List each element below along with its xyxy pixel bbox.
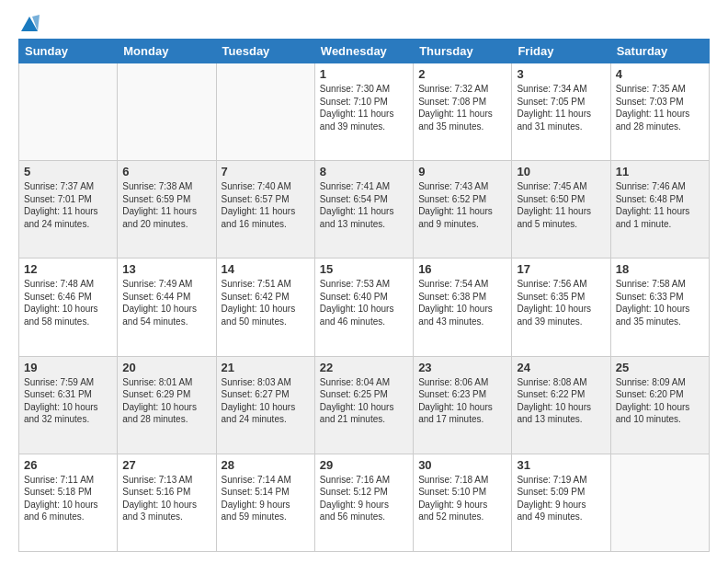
day-number: 2 [418,67,506,81]
day-number: 27 [122,458,210,472]
day-number: 23 [418,361,506,374]
day-cell: 18Sunrise: 7:58 AM Sunset: 6:33 PM Dayli… [610,259,709,356]
day-cell: 27Sunrise: 7:13 AM Sunset: 5:16 PM Dayli… [118,454,216,551]
day-number: 17 [517,262,605,276]
day-number: 28 [222,458,310,472]
day-number: 1 [320,67,408,81]
day-cell: 1Sunrise: 7:30 AM Sunset: 7:10 PM Daylig… [314,63,413,161]
calendar-table: SundayMondayTuesdayWednesdayThursdayFrid… [18,39,710,552]
day-cell: 12Sunrise: 7:48 AM Sunset: 6:46 PM Dayli… [19,259,118,356]
day-info: Sunrise: 8:01 AM Sunset: 6:29 PM Dayligh… [122,376,210,426]
day-info: Sunrise: 7:14 AM Sunset: 5:14 PM Dayligh… [222,474,310,523]
day-cell: 9Sunrise: 7:43 AM Sunset: 6:52 PM Daylig… [414,161,512,259]
header-row: SundayMondayTuesdayWednesdayThursdayFrid… [19,40,710,63]
day-cell: 29Sunrise: 7:16 AM Sunset: 5:12 PM Dayli… [314,454,413,551]
day-info: Sunrise: 7:37 AM Sunset: 7:01 PM Dayligh… [24,180,112,230]
day-number: 8 [320,165,408,178]
day-number: 5 [24,165,112,178]
day-header-saturday: Saturday [610,40,709,63]
day-number: 31 [517,458,605,472]
day-number: 14 [222,262,310,276]
day-info: Sunrise: 7:49 AM Sunset: 6:44 PM Dayligh… [122,278,210,327]
day-info: Sunrise: 7:58 AM Sunset: 6:33 PM Dayligh… [616,278,704,327]
day-number: 13 [122,262,210,276]
day-cell: 10Sunrise: 7:45 AM Sunset: 6:50 PM Dayli… [512,161,610,259]
day-info: Sunrise: 7:11 AM Sunset: 5:18 PM Dayligh… [24,474,112,523]
day-info: Sunrise: 7:40 AM Sunset: 6:57 PM Dayligh… [222,180,310,230]
logo-icon [19,15,40,33]
day-cell: 31Sunrise: 7:19 AM Sunset: 5:09 PM Dayli… [512,454,610,551]
day-number: 21 [222,361,310,374]
day-cell [216,63,314,161]
day-number: 12 [24,262,112,276]
day-info: Sunrise: 7:30 AM Sunset: 7:10 PM Dayligh… [320,83,408,132]
day-cell: 11Sunrise: 7:46 AM Sunset: 6:48 PM Dayli… [610,161,709,259]
day-number: 18 [616,262,704,276]
day-info: Sunrise: 7:53 AM Sunset: 6:40 PM Dayligh… [320,278,408,327]
day-info: Sunrise: 7:19 AM Sunset: 5:09 PM Dayligh… [517,474,605,523]
week-row-1: 1Sunrise: 7:30 AM Sunset: 7:10 PM Daylig… [19,63,710,161]
day-cell [19,63,118,161]
day-info: Sunrise: 7:54 AM Sunset: 6:38 PM Dayligh… [418,278,506,327]
day-header-monday: Monday [118,40,216,63]
day-info: Sunrise: 8:06 AM Sunset: 6:23 PM Dayligh… [418,376,506,426]
day-info: Sunrise: 7:32 AM Sunset: 7:08 PM Dayligh… [418,83,506,132]
week-row-2: 5Sunrise: 7:37 AM Sunset: 7:01 PM Daylig… [19,161,710,259]
header [18,15,710,29]
day-number: 11 [616,165,704,178]
day-cell: 23Sunrise: 8:06 AM Sunset: 6:23 PM Dayli… [414,356,512,454]
day-cell: 30Sunrise: 7:18 AM Sunset: 5:10 PM Dayli… [414,454,512,551]
day-info: Sunrise: 7:45 AM Sunset: 6:50 PM Dayligh… [517,180,605,230]
week-row-3: 12Sunrise: 7:48 AM Sunset: 6:46 PM Dayli… [19,259,710,356]
day-cell: 15Sunrise: 7:53 AM Sunset: 6:40 PM Dayli… [314,259,413,356]
day-cell: 3Sunrise: 7:34 AM Sunset: 7:05 PM Daylig… [512,63,610,161]
day-number: 22 [320,361,408,374]
day-info: Sunrise: 7:59 AM Sunset: 6:31 PM Dayligh… [24,376,112,426]
day-number: 7 [222,165,310,178]
day-number: 10 [517,165,605,178]
day-info: Sunrise: 7:16 AM Sunset: 5:12 PM Dayligh… [320,474,408,523]
day-info: Sunrise: 7:38 AM Sunset: 6:59 PM Dayligh… [122,180,210,230]
day-cell: 5Sunrise: 7:37 AM Sunset: 7:01 PM Daylig… [19,161,118,259]
day-info: Sunrise: 7:51 AM Sunset: 6:42 PM Dayligh… [222,278,310,327]
day-header-sunday: Sunday [19,40,118,63]
day-number: 6 [122,165,210,178]
day-cell: 16Sunrise: 7:54 AM Sunset: 6:38 PM Dayli… [414,259,512,356]
day-number: 25 [616,361,704,374]
day-number: 24 [517,361,605,374]
day-cell: 25Sunrise: 8:09 AM Sunset: 6:20 PM Dayli… [610,356,709,454]
day-info: Sunrise: 7:34 AM Sunset: 7:05 PM Dayligh… [517,83,605,132]
day-cell: 19Sunrise: 7:59 AM Sunset: 6:31 PM Dayli… [19,356,118,454]
day-info: Sunrise: 8:09 AM Sunset: 6:20 PM Dayligh… [616,376,704,426]
day-info: Sunrise: 7:48 AM Sunset: 6:46 PM Dayligh… [24,278,112,327]
day-cell: 20Sunrise: 8:01 AM Sunset: 6:29 PM Dayli… [118,356,216,454]
day-cell: 26Sunrise: 7:11 AM Sunset: 5:18 PM Dayli… [19,454,118,551]
day-info: Sunrise: 8:03 AM Sunset: 6:27 PM Dayligh… [222,376,310,426]
logo [18,15,40,29]
day-cell: 4Sunrise: 7:35 AM Sunset: 7:03 PM Daylig… [610,63,709,161]
day-number: 19 [24,361,112,374]
day-cell: 21Sunrise: 8:03 AM Sunset: 6:27 PM Dayli… [216,356,314,454]
day-header-wednesday: Wednesday [314,40,413,63]
day-info: Sunrise: 7:13 AM Sunset: 5:16 PM Dayligh… [122,474,210,523]
day-number: 29 [320,458,408,472]
day-info: Sunrise: 7:35 AM Sunset: 7:03 PM Dayligh… [616,83,704,132]
day-cell: 28Sunrise: 7:14 AM Sunset: 5:14 PM Dayli… [216,454,314,551]
day-info: Sunrise: 7:41 AM Sunset: 6:54 PM Dayligh… [320,180,408,230]
day-cell: 2Sunrise: 7:32 AM Sunset: 7:08 PM Daylig… [414,63,512,161]
week-row-4: 19Sunrise: 7:59 AM Sunset: 6:31 PM Dayli… [19,356,710,454]
day-number: 16 [418,262,506,276]
day-cell [610,454,709,551]
day-number: 15 [320,262,408,276]
day-number: 30 [418,458,506,472]
day-number: 4 [616,67,704,81]
day-cell: 22Sunrise: 8:04 AM Sunset: 6:25 PM Dayli… [314,356,413,454]
day-info: Sunrise: 7:56 AM Sunset: 6:35 PM Dayligh… [517,278,605,327]
day-cell: 6Sunrise: 7:38 AM Sunset: 6:59 PM Daylig… [118,161,216,259]
day-number: 9 [418,165,506,178]
day-cell: 8Sunrise: 7:41 AM Sunset: 6:54 PM Daylig… [314,161,413,259]
day-header-thursday: Thursday [414,40,512,63]
day-info: Sunrise: 7:46 AM Sunset: 6:48 PM Dayligh… [616,180,704,230]
day-info: Sunrise: 7:18 AM Sunset: 5:10 PM Dayligh… [418,474,506,523]
page: SundayMondayTuesdayWednesdayThursdayFrid… [0,0,728,563]
